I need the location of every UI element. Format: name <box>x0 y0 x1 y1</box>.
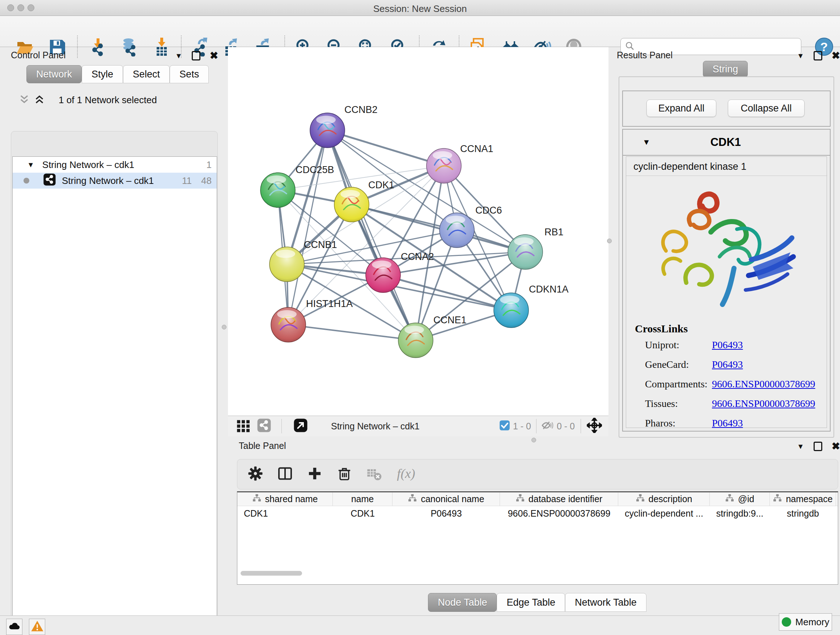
node-label-RB1: RB1 <box>545 226 564 238</box>
panel-close-icon[interactable]: ✖ <box>832 441 840 451</box>
network-view-title: String Network – cdk1 <box>331 421 499 432</box>
crosslink-link[interactable]: P06493 <box>712 417 743 429</box>
cloud-button[interactable] <box>6 619 22 635</box>
collection-caret-icon[interactable]: ▼ <box>27 161 34 169</box>
node-label-CCNB2: CCNB2 <box>344 104 378 115</box>
table-cell[interactable]: stringdb:9... <box>710 506 770 521</box>
table-cell[interactable]: CDK1 <box>237 506 333 521</box>
selected-checkbox-icon[interactable] <box>499 420 510 432</box>
warnings-button[interactable] <box>29 619 45 635</box>
node-table[interactable]: shared namenamecanonical namedatabase id… <box>237 491 838 585</box>
network-canvas[interactable]: CCNB2CCNA1CDC25BCDK1CDC6RB1CCNB1CCNA2CDK… <box>228 47 608 416</box>
tree-icon <box>636 494 645 505</box>
show-columns-icon[interactable] <box>277 466 293 483</box>
tab-string[interactable]: String <box>703 61 748 78</box>
hidden-eye-slash-icon[interactable] <box>541 419 554 433</box>
crosslink-row: Uniprot:P06493 <box>645 339 815 351</box>
node-CCNB1[interactable] <box>270 247 304 282</box>
column-header-database-identifier[interactable]: database identifier <box>500 492 618 506</box>
tab-edge-table[interactable]: Edge Table <box>497 593 565 612</box>
column-header-namespace[interactable]: namespace <box>770 492 836 506</box>
table-row[interactable]: CDK1CDK1P064939606.ENSP00000378699cyclin… <box>237 506 838 521</box>
column-header--id[interactable]: @id <box>710 492 770 506</box>
left-splitter-handle[interactable] <box>222 325 226 329</box>
table-cell[interactable]: stringdb <box>770 506 836 521</box>
add-column-icon[interactable] <box>307 466 323 483</box>
grid-view-icon[interactable] <box>236 418 251 434</box>
panel-menu-icon[interactable]: ▼ <box>175 52 182 59</box>
crosslink-row: Pharos:P06493 <box>645 417 815 429</box>
tree-icon <box>773 494 782 505</box>
expand-all-button[interactable]: Expand All <box>646 100 716 117</box>
node-CCNE1[interactable] <box>398 323 433 358</box>
share-view-icon[interactable] <box>257 418 271 434</box>
crosslink-label: Tissues: <box>645 398 712 409</box>
tab-node-table[interactable]: Node Table <box>428 593 497 612</box>
memory-button[interactable]: Memory <box>779 613 832 631</box>
crosslink-link[interactable]: P06493 <box>712 339 743 351</box>
column-header-description[interactable]: description <box>618 492 710 506</box>
node-label-CCNA1: CCNA1 <box>460 143 493 154</box>
column-header-shared-name[interactable]: shared name <box>237 492 333 506</box>
network-collection-row[interactable]: ▼ String Network – cdk1 1 <box>13 157 217 173</box>
node-CDC25B[interactable] <box>261 173 295 207</box>
node-label-CDK1: CDK1 <box>368 180 394 190</box>
crosslink-link[interactable]: P06493 <box>712 359 743 371</box>
panel-menu-icon[interactable]: ▼ <box>797 52 804 59</box>
crosslink-link[interactable]: 9606.ENSP00000378699 <box>712 378 815 390</box>
network-row[interactable]: String Network – cdk1 11 48 <box>13 173 217 188</box>
node-HIST1H1A[interactable] <box>271 307 306 342</box>
table-cell[interactable]: CDK1 <box>333 506 393 521</box>
protein-description: cyclin-dependent kinase 1 <box>633 161 746 172</box>
node-label-CDC6: CDC6 <box>475 205 502 216</box>
protein-details: cyclin-dependent kinase 1 <box>626 157 827 428</box>
protein-section-header[interactable]: ▼ CDK1 <box>623 130 830 156</box>
table-cell[interactable]: 9606.ENSP00000378699 <box>500 506 618 521</box>
control-panel-controls: ▼ ✖ <box>175 51 218 61</box>
edge-CCNB2-HIST1H1A[interactable] <box>288 130 327 325</box>
table-horizontal-scrollbar[interactable] <box>240 571 302 576</box>
birdseye-toggle-icon[interactable] <box>587 418 602 434</box>
delete-column-icon[interactable] <box>336 466 352 483</box>
panel-float-icon[interactable] <box>813 51 822 60</box>
tab-style[interactable]: Style <box>82 65 123 83</box>
node-CCNA1[interactable] <box>426 149 461 183</box>
edge-CCNB2-CCNA1[interactable] <box>327 130 444 166</box>
section-caret-icon[interactable]: ▼ <box>643 138 651 147</box>
node-CCNB2[interactable] <box>310 113 345 148</box>
panel-close-icon[interactable]: ✖ <box>832 51 840 61</box>
panel-float-icon[interactable] <box>813 442 822 451</box>
table-panel: Table Panel ▼ ✖ f(x) shared namenamecano… <box>234 436 840 613</box>
node-CDK1[interactable] <box>334 187 369 222</box>
crosslinks-heading: CrossLinks <box>635 323 688 335</box>
expand-all-networks-icon[interactable] <box>33 93 46 107</box>
collapse-all-button[interactable]: Collapse All <box>728 100 805 117</box>
edge-HIST1H1A-CCNE1[interactable] <box>288 325 416 340</box>
edge-CCNA2-CDKN1A[interactable] <box>383 275 511 310</box>
panel-float-icon[interactable] <box>192 51 201 60</box>
detach-view-icon[interactable] <box>294 418 308 434</box>
crosslink-link[interactable]: 9606.ENSP00000378699 <box>712 398 815 409</box>
tab-sets[interactable]: Sets <box>170 65 209 83</box>
network-list: ▼ String Network – cdk1 1 String Network… <box>12 157 217 635</box>
collapse-all-networks-icon[interactable] <box>18 93 30 107</box>
node-CCNA2[interactable] <box>366 258 401 293</box>
tab-select[interactable]: Select <box>123 65 170 83</box>
node-CDC6[interactable] <box>439 213 474 248</box>
title-bar: Session: New Session <box>0 0 840 16</box>
tab-network-table[interactable]: Network Table <box>565 593 646 612</box>
protein-structure-image <box>644 181 804 319</box>
node-label-CDKN1A: CDKN1A <box>529 284 569 295</box>
tab-network[interactable]: Network <box>27 65 82 83</box>
main-toolbar: ? <box>0 16 840 47</box>
network-row-label: String Network – cdk1 <box>62 175 182 187</box>
table-cell[interactable]: cyclin-dependent ... <box>618 506 710 521</box>
table-settings-gear-icon[interactable] <box>248 466 264 483</box>
node-CDKN1A[interactable] <box>494 293 529 328</box>
panel-close-icon[interactable]: ✖ <box>210 51 218 61</box>
panel-menu-icon[interactable]: ▼ <box>797 443 804 450</box>
column-header-canonical-name[interactable]: canonical name <box>393 492 500 506</box>
table-cell[interactable]: P06493 <box>393 506 500 521</box>
column-header-name[interactable]: name <box>333 492 393 506</box>
node-RB1[interactable] <box>508 234 543 269</box>
